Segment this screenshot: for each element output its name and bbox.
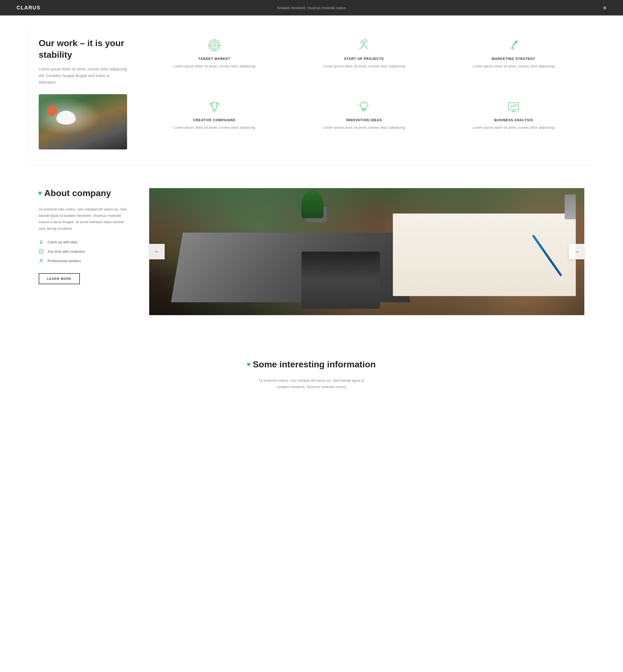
- svg-point-29: [40, 259, 42, 261]
- apple-decor: [48, 105, 57, 116]
- feature-list: Came up with idea Any time with conectio…: [39, 240, 127, 263]
- section-info-heading: Some interesting information: [253, 359, 376, 370]
- svg-point-16: [360, 102, 367, 109]
- section-work-wrapper: Our work – it is your stability Lorem ip…: [0, 16, 623, 166]
- feature-startup-title: START UP PROJECTS: [293, 57, 435, 61]
- list-item-connection-text: Any time with conection: [48, 249, 85, 253]
- section-about-image-container: ← →: [149, 188, 584, 315]
- section-info-dot: [247, 363, 250, 366]
- about-image: [149, 188, 584, 315]
- svg-rect-28: [39, 249, 43, 253]
- checkbox-svg: [39, 249, 43, 253]
- svg-point-13: [515, 41, 516, 42]
- feature-marketing-title: MARKETING STRATEGY: [443, 57, 584, 61]
- target-market-icon: [207, 37, 222, 53]
- section-about-left: About company Ut euismod odio metus, non…: [39, 188, 127, 284]
- list-item-workers: Professional workers: [39, 258, 127, 263]
- creative-campaigns-icon: [207, 99, 222, 114]
- feature-innovation-desc: Lorem ipsum dolor sit amet, consec tetur…: [293, 125, 435, 131]
- section-about-description: Ut euismod odio metus, non volutpat elit…: [39, 206, 127, 232]
- image-nav-next-button[interactable]: →: [569, 244, 584, 259]
- list-item-connection: Any time with conection: [39, 249, 127, 254]
- feature-startup-projects: START UP PROJECTS Lorem ipsum dolor sit …: [293, 37, 435, 88]
- left-border-line: [29, 27, 29, 155]
- lightbulb-icon: [39, 240, 43, 244]
- feature-target-market: TARGET MARKET Lorem ipsum dolor sit amet…: [144, 37, 285, 88]
- svg-point-26: [40, 240, 42, 243]
- list-item-idea: Came up with idea: [39, 240, 127, 244]
- svg-line-11: [359, 47, 363, 49]
- feature-creative-campaigns: CREATIVE COMPAIGNS Lorem ipsum dolor sit…: [144, 99, 285, 149]
- section-work: Our work – it is your stability Lorem ip…: [0, 16, 623, 166]
- work-image: [39, 94, 127, 149]
- horse-icon-svg: [507, 39, 520, 52]
- feature-target-market-desc: Lorem ipsum dolor sit amet, consec tetur…: [144, 63, 285, 69]
- navbar: CLARUS Sodales hendrerit. Vivamus molest…: [0, 0, 623, 16]
- work-description: Lorem ipsum dolor sit amet, consec tetur…: [39, 66, 127, 86]
- feature-startup-desc: Lorem ipsum dolor sit amet, consec tetur…: [293, 63, 435, 69]
- plant-shape: [301, 190, 324, 218]
- feature-marketing-strategy: MARKETING STRATEGY Lorem ipsum dolor sit…: [443, 37, 584, 88]
- feature-marketing-desc: Lorem ipsum dolor sit amet, consec tetur…: [443, 63, 584, 69]
- hamburger-icon[interactable]: ≡: [603, 5, 606, 11]
- work-heading: Our work – it is your stability: [39, 37, 127, 60]
- person-svg: [39, 258, 43, 263]
- section-title-dot: [39, 192, 41, 194]
- checkbox-icon: [39, 249, 43, 254]
- feature-business-title: BUSINESS ANALYSIS: [443, 118, 584, 122]
- feature-creative-title: CREATIVE COMPAIGNS: [144, 118, 285, 122]
- feature-creative-desc: Lorem ipsum dolor sit amet, consec tetur…: [144, 125, 285, 131]
- feature-innovation-title: INNOVATION IDEAS: [293, 118, 435, 122]
- left-arrow-icon: ←: [154, 248, 160, 255]
- section-info-title-group: Some interesting information: [39, 359, 584, 370]
- telescope-icon-svg: [357, 39, 370, 52]
- navbar-tagline: Sodales hendrerit. Vivamus molestie metu…: [277, 6, 346, 10]
- section-work-right: TARGET MARKET Lorem ipsum dolor sit amet…: [144, 37, 584, 149]
- feature-business-analysis: BUSINESS ANALYSIS Lorem ipsum dolor sit …: [443, 99, 584, 149]
- svg-line-20: [367, 102, 368, 103]
- navbar-brand: CLARUS: [17, 5, 40, 11]
- svg-point-2: [213, 43, 216, 47]
- svg-point-1: [211, 42, 218, 49]
- section-about-title-group: About company: [39, 188, 127, 198]
- list-item-idea-text: Came up with idea: [48, 240, 77, 244]
- feature-innovation-ideas: INNOVATION IDEAS Lorem ipsum dolor sit a…: [293, 99, 435, 149]
- trophy-icon-svg: [208, 100, 221, 113]
- pencils-shape: [565, 194, 576, 219]
- bottom-border-line: [29, 166, 594, 166]
- target-icon-svg: [208, 39, 221, 52]
- learn-more-button[interactable]: LEARN MORE: [39, 273, 80, 284]
- image-nav-prev-button[interactable]: ←: [149, 244, 165, 259]
- bulb-icon-svg: [357, 100, 370, 113]
- right-arrow-icon: →: [574, 248, 580, 255]
- business-analysis-icon: [506, 99, 521, 114]
- work-image-inner: [39, 94, 127, 149]
- section-about-heading: About company: [44, 188, 111, 198]
- lightbulb-svg: [39, 240, 43, 244]
- person-icon: [39, 258, 43, 263]
- notebook-shape: [393, 214, 576, 296]
- section-work-left: Our work – it is your stability Lorem ip…: [39, 37, 127, 149]
- phone-shape: [301, 252, 380, 309]
- marketing-strategy-icon: [506, 37, 521, 53]
- svg-line-19: [360, 102, 360, 103]
- innovation-ideas-icon: [356, 99, 372, 114]
- section-info-description: Ut euismod metus, non volutpat elit vari…: [257, 377, 367, 390]
- feature-business-desc: Lorem ipsum dolor sit amet, consec tetur…: [443, 125, 584, 131]
- list-item-workers-text: Professional workers: [48, 259, 81, 263]
- feature-target-market-title: TARGET MARKET: [144, 57, 285, 61]
- section-info: Some interesting information Ut euismod …: [0, 337, 623, 407]
- startup-projects-icon: [356, 37, 372, 53]
- section-about: About company Ut euismod odio metus, non…: [0, 166, 623, 337]
- svg-line-12: [365, 47, 368, 49]
- chart-icon-svg: [507, 100, 520, 113]
